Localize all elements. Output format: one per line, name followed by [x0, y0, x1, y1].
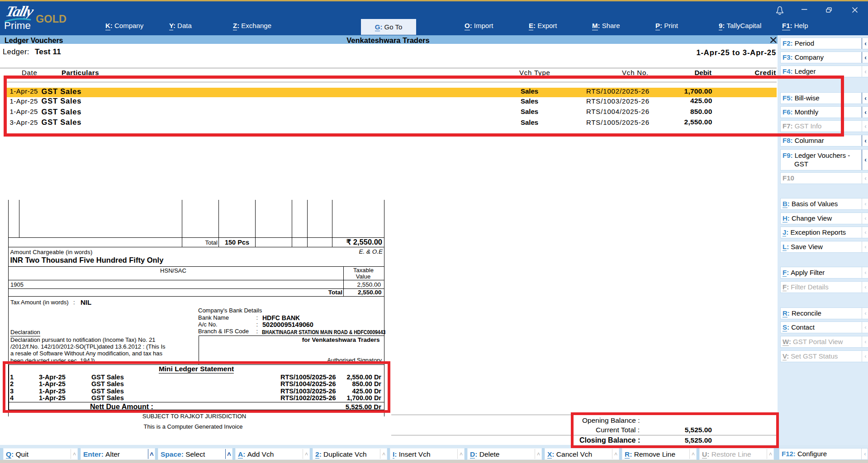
svg-text:GOLD: GOLD [36, 13, 67, 25]
svg-text:Tally: Tally [4, 4, 35, 19]
svg-text:Prime: Prime [4, 20, 31, 31]
